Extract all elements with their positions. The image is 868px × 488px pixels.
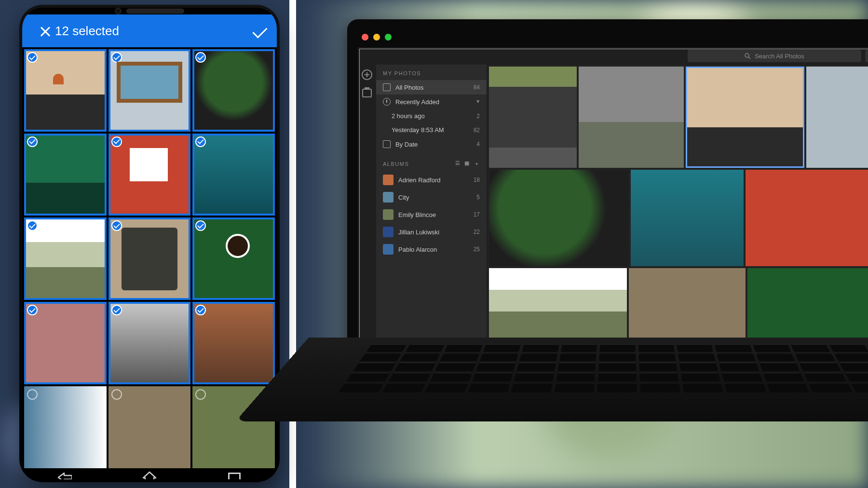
photo-thumbnail[interactable] xyxy=(24,217,107,300)
photo-thumbnail[interactable] xyxy=(108,134,191,216)
selected-badge-icon xyxy=(111,52,122,63)
selected-badge-icon xyxy=(27,52,38,63)
photo-thumbnail[interactable] xyxy=(108,302,191,384)
window-minimize-button[interactable] xyxy=(373,34,380,41)
unselected-badge-icon xyxy=(27,389,38,400)
photo-thumbnail[interactable] xyxy=(108,49,191,132)
photo-thumbnail[interactable] xyxy=(24,302,107,384)
photo-thumbnail[interactable] xyxy=(489,268,627,339)
laptop-device: Search All Photos MY PHOTOS xyxy=(309,5,868,482)
photo-thumbnail[interactable] xyxy=(24,386,107,469)
sidebar: MY PHOTOS All Photos 84 Recently Added ▸… xyxy=(376,65,487,357)
selected-badge-icon xyxy=(195,52,206,63)
phone-device: 12 selected xyxy=(19,5,280,482)
selected-badge-icon xyxy=(27,136,38,147)
photo-thumbnail[interactable] xyxy=(631,170,744,266)
confirm-selection-button[interactable] xyxy=(253,24,267,38)
window-traffic-lights xyxy=(362,34,392,41)
selected-badge-icon xyxy=(111,220,122,231)
photo-thumbnail[interactable] xyxy=(192,49,275,132)
laptop-keys xyxy=(339,344,868,392)
photo-grid xyxy=(22,47,277,470)
photo-thumbnail-selected[interactable] xyxy=(686,67,804,168)
nav-recent-button[interactable] xyxy=(227,470,242,479)
laptop-keyboard-deck xyxy=(235,338,868,421)
photo-thumbnail[interactable] xyxy=(108,217,191,300)
photo-thumbnail[interactable] xyxy=(489,170,629,266)
check-icon xyxy=(252,23,267,38)
android-nav-bar xyxy=(22,470,277,479)
photo-thumbnail[interactable] xyxy=(629,268,746,339)
nav-back-button[interactable] xyxy=(57,470,72,479)
photo-thumbnail[interactable] xyxy=(192,217,275,300)
photo-thumbnail[interactable] xyxy=(108,386,191,469)
photo-thumbnail[interactable] xyxy=(579,67,684,168)
selected-badge-icon xyxy=(27,220,38,231)
laptop-screen: Search All Photos MY PHOTOS xyxy=(347,19,868,357)
photo-thumbnail[interactable] xyxy=(192,134,275,216)
selection-action-bar: 12 selected xyxy=(22,14,277,47)
selected-badge-icon xyxy=(111,305,122,315)
sidebar-item-by-date[interactable]: By Date 4 xyxy=(376,137,487,151)
unselected-badge-icon xyxy=(111,389,122,400)
selected-badge-icon xyxy=(195,136,206,147)
home-icon xyxy=(142,471,157,479)
calendar-icon xyxy=(383,140,391,148)
phone-camera xyxy=(115,8,122,14)
nav-home-button[interactable] xyxy=(142,470,157,479)
photo-thumbnail[interactable] xyxy=(806,67,868,168)
selected-badge-icon xyxy=(195,305,206,315)
phone-earpiece-area xyxy=(22,8,277,14)
desktop-photo-grid xyxy=(487,65,868,339)
photo-app: Search All Photos MY PHOTOS xyxy=(358,47,868,357)
window-zoom-button[interactable] xyxy=(385,34,392,41)
unselected-badge-icon xyxy=(195,389,206,400)
selected-badge-icon xyxy=(111,136,122,147)
close-selection-button[interactable] xyxy=(32,24,46,38)
photo-thumbnail[interactable] xyxy=(489,67,577,168)
selected-badge-icon xyxy=(27,305,38,315)
photo-thumbnail[interactable] xyxy=(24,134,107,216)
selection-count: 12 selected xyxy=(55,24,244,39)
content-area: ⇅ ⚑ ⚐ ★★★★★ xyxy=(487,65,868,357)
phone-speaker xyxy=(126,9,184,14)
selected-badge-icon xyxy=(195,220,206,231)
photo-thumbnail[interactable] xyxy=(192,302,275,384)
photo-thumbnail[interactable] xyxy=(747,268,868,339)
window-close-button[interactable] xyxy=(362,34,368,41)
photo-thumbnail[interactable] xyxy=(746,170,868,266)
back-icon xyxy=(57,472,72,479)
recent-icon xyxy=(228,473,241,479)
photo-thumbnail[interactable] xyxy=(24,49,107,132)
